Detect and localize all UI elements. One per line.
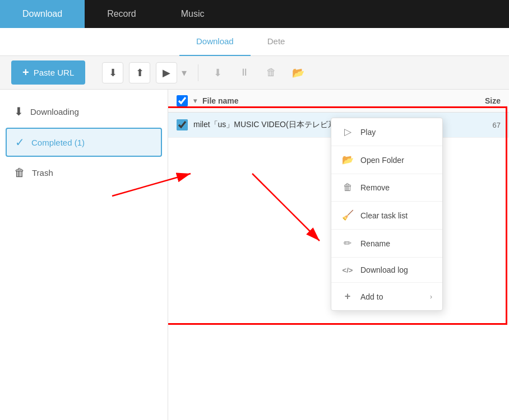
sidebar-item-trash[interactable]: 🗑 Trash: [6, 160, 162, 186]
context-menu-play[interactable]: ▷ Play: [331, 118, 442, 146]
toolbar-divider-1: [198, 64, 198, 81]
trash-sidebar-icon: 🗑: [14, 166, 25, 179]
download-icon-button[interactable]: ⬆: [129, 62, 150, 83]
nav-music[interactable]: Music: [159, 0, 227, 28]
download-to-icon-button[interactable]: ⬇: [102, 62, 123, 83]
toolbar: + Paste URL ⬇ ⬆ ▶ ▾ ⬇ ⏸ 🗑 📂: [0, 56, 509, 90]
file-list-area: ▾ File name Size milet「us」MUSIC VIDEO(日本…: [168, 90, 509, 420]
add-to-menu-icon: +: [341, 291, 354, 302]
open-folder-menu-icon: 📂: [341, 154, 354, 166]
file-checkbox[interactable]: [177, 119, 188, 130]
download-arrow-icon-button[interactable]: ⬇: [207, 62, 228, 83]
remove-menu-label: Remove: [360, 183, 390, 192]
sub-navigation: Download Dete: [0, 28, 509, 56]
sidebar-item-completed[interactable]: ✓ Completed (1): [6, 128, 162, 157]
sidebar: ⬇ Downloading ✓ Completed (1) 🗑 Trash: [0, 90, 168, 420]
play-menu-icon: ▷: [341, 126, 354, 138]
context-menu-remove[interactable]: 🗑 Remove: [331, 174, 442, 202]
add-to-menu-label: Add to: [360, 292, 383, 301]
context-menu: ▷ Play 📂 Open Folder 🗑 Remove 🧹 Clear ta…: [331, 118, 443, 311]
paste-url-button[interactable]: + Paste URL: [11, 60, 85, 85]
clear-task-menu-label: Clear task list: [360, 211, 408, 220]
sidebar-item-downloading[interactable]: ⬇ Downloading: [6, 98, 162, 125]
nav-download[interactable]: Download: [0, 0, 85, 28]
sidebar-completed-label: Completed (1): [31, 138, 85, 147]
video-icon-button[interactable]: ▶: [156, 62, 177, 83]
downloading-icon: ⬇: [14, 105, 24, 118]
subnav-download[interactable]: Download: [179, 28, 251, 56]
paste-url-label: Paste URL: [34, 68, 75, 77]
sidebar-trash-label: Trash: [32, 168, 53, 178]
select-all-checkbox[interactable]: [177, 95, 188, 106]
clear-task-menu-icon: 🧹: [341, 209, 354, 221]
rename-menu-label: Rename: [360, 239, 390, 248]
top-navigation: Download Record Music: [0, 0, 509, 28]
dropdown-icon: ▾: [193, 97, 197, 105]
download-log-menu-icon: </>: [341, 266, 354, 274]
context-menu-clear-task-list[interactable]: 🧹 Clear task list: [331, 202, 442, 230]
pause-icon-button[interactable]: ⏸: [234, 62, 255, 83]
trash-icon-button[interactable]: 🗑: [261, 62, 282, 83]
completed-icon: ✓: [15, 136, 25, 149]
submenu-arrow-icon: ›: [430, 293, 432, 301]
plus-icon: +: [22, 66, 29, 79]
file-size-label: 67: [456, 121, 501, 129]
folder-icon-button[interactable]: 📂: [288, 62, 309, 83]
context-menu-add-to[interactable]: + Add to ›: [331, 283, 442, 310]
context-menu-rename[interactable]: ✏ Rename: [331, 230, 442, 258]
dropdown-arrow-button[interactable]: ▾: [178, 62, 189, 83]
context-menu-open-folder[interactable]: 📂 Open Folder: [331, 146, 442, 174]
main-content: ⬇ Downloading ✓ Completed (1) 🗑 Trash ▾ …: [0, 90, 509, 420]
nav-record[interactable]: Record: [85, 0, 159, 28]
column-name-header: File name: [202, 96, 456, 105]
remove-menu-icon: 🗑: [341, 182, 354, 193]
subnav-dete[interactable]: Dete: [251, 28, 302, 56]
play-menu-label: Play: [360, 128, 376, 137]
sidebar-downloading-label: Downloading: [30, 107, 79, 116]
column-size-header: Size: [456, 96, 501, 105]
rename-menu-icon: ✏: [341, 237, 354, 249]
context-menu-download-log[interactable]: </> Download log: [331, 258, 442, 283]
download-log-menu-label: Download log: [360, 265, 408, 274]
open-folder-menu-label: Open Folder: [360, 156, 404, 165]
file-list-header: ▾ File name Size: [168, 90, 509, 113]
